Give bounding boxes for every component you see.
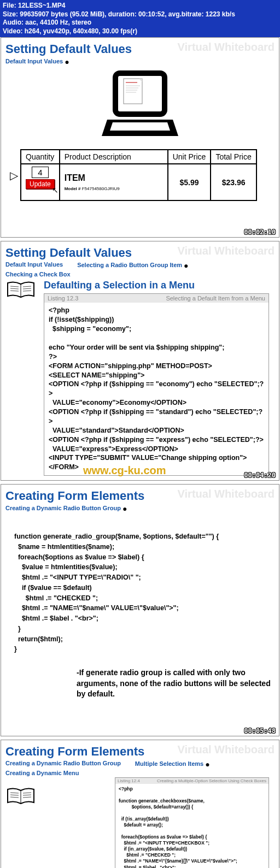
arrow-icon: ▷: [10, 169, 18, 182]
laptop-icon: [5, 70, 275, 144]
code-listing: Listing 12.3 Selecting a Default Item fr…: [44, 293, 269, 476]
crumb: Creating a Dynamic Radio Button Group: [5, 505, 121, 511]
file-line: File: 12LESS~1.MP4: [3, 2, 277, 10]
code-block: function generate_radio_group($name, $op…: [5, 527, 275, 659]
col-qty: Quantity: [21, 150, 60, 164]
bullet-icon: ●: [184, 261, 188, 270]
video-line: Video: h264, yuv420p, 640x480, 30.00 fps…: [3, 27, 277, 36]
section-title: Defaulting a Selection in a Menu: [44, 280, 275, 291]
crumb: Checking a Check Box: [5, 271, 275, 277]
bullet-icon: ●: [205, 760, 209, 769]
slide-1: Virtual Whiteboard Setting Default Value…: [1, 37, 279, 238]
slide-3: Virtual Whiteboard Creating Form Element…: [1, 484, 279, 736]
total-price: $23.96: [211, 164, 256, 200]
timestamp: 00:02:10: [244, 228, 276, 236]
watermark: Virtual Whiteboard: [178, 488, 275, 500]
cursor-icon: ↖: [41, 186, 70, 194]
book-icon: [7, 281, 35, 303]
crumb: Selecting a Radio Button Group Item: [77, 262, 182, 268]
crumb: Creating a Dynamic Radio Button Group: [5, 760, 121, 769]
code-body: <?php if (!isset($shipping)) $shipping =…: [44, 303, 269, 475]
crumb: Multiple Selection Items: [135, 760, 203, 767]
slide-2: Virtual Whiteboard Setting Default Value…: [1, 241, 279, 481]
col-total: Total Price: [211, 150, 256, 164]
item-name: ITEM: [65, 173, 163, 183]
size-line: Size: 99635907 bytes (95.02 MiB), durati…: [3, 10, 277, 19]
listing-title: Selecting a Default Item from a Menu: [166, 295, 265, 302]
audio-line: Audio: aac, 44100 Hz, stereo: [3, 19, 277, 27]
watermark: Virtual Whiteboard: [178, 245, 275, 257]
bullet-icon: ●: [122, 504, 127, 513]
crumb: Default Input Values: [5, 261, 63, 270]
unit-price: $5.99: [168, 164, 211, 200]
crumb: Default Input Values: [5, 58, 63, 64]
bullet-icon: ●: [65, 57, 69, 66]
watermark-url: www.cg-ku.com: [83, 464, 166, 477]
timestamp: 00:04:20: [244, 471, 276, 479]
timestamp: 00:05:48: [244, 727, 276, 735]
crumb: Creating a Dynamic Menu: [5, 770, 275, 776]
watermark: Virtual Whiteboard: [178, 41, 275, 54]
listing-no: Listing 12.4: [118, 778, 140, 783]
listing-no: Listing 12.3: [48, 295, 78, 302]
watermark: Virtual Whiteboard: [178, 743, 275, 756]
code-listing: Listing 12.4 Creating a Multiple-Option …: [115, 777, 269, 868]
code-body: <?php function generate_checkboxes($name…: [115, 784, 269, 868]
col-desc: Product Description: [60, 150, 168, 164]
media-info: File: 12LESS~1.MP4 Size: 99635907 bytes …: [0, 0, 280, 37]
note-text: -If generate radio group is called with …: [77, 668, 275, 700]
listing-title: Creating a Multiple-Option Selection Usi…: [157, 778, 266, 783]
qty-input[interactable]: 4: [32, 167, 48, 178]
col-unit: Unit Price: [168, 150, 211, 164]
order-table: Quantity Product Description Unit Price …: [20, 149, 257, 201]
book-icon: [7, 787, 35, 809]
slide-4: Virtual Whiteboard Creating Form Element…: [1, 740, 279, 868]
